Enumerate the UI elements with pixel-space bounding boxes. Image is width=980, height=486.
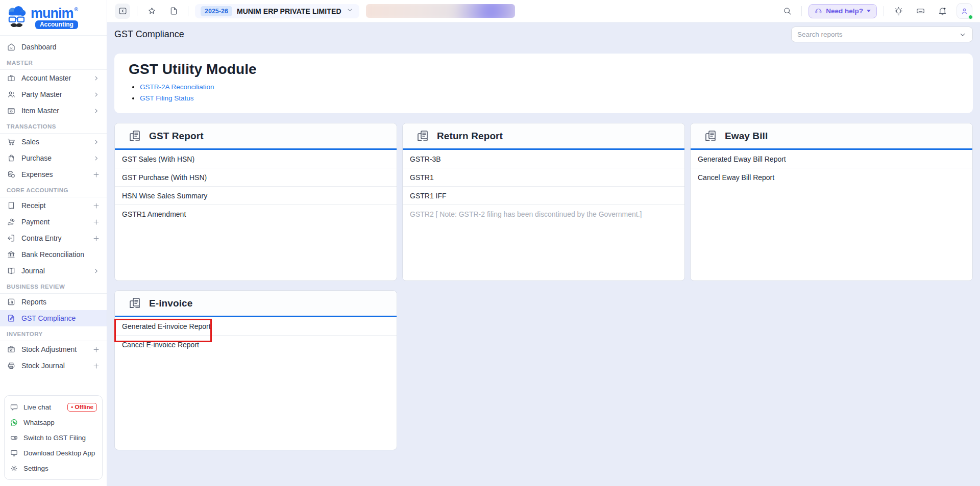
card-items-list: GSTR-3B GSTR1 GSTR1 IFF GSTR2 [ Note: GS… xyxy=(403,150,684,223)
eway-bill-card: Eway Bill Generated Eway Bill Report Can… xyxy=(690,123,973,281)
live-chat-button[interactable]: Live chat • Offline xyxy=(10,399,97,415)
chevron-right-icon xyxy=(92,155,100,162)
sidebar-item-item-master[interactable]: Item Master xyxy=(0,103,107,119)
report-link-gstr1-amendment[interactable]: GSTR1 Amendment xyxy=(115,205,397,223)
footer-item-label: Switch to GST Filing xyxy=(23,434,86,442)
need-help-button[interactable]: Need help? xyxy=(808,4,877,18)
report-icon xyxy=(704,130,717,143)
chevron-right-icon xyxy=(92,107,100,115)
e-invoice-card: E-invoice Generated E-invoice Report Can… xyxy=(114,290,397,450)
sidebar-item-gst-compliance[interactable]: GST Compliance xyxy=(0,310,107,326)
sidebar-item-purchase[interactable]: Purchase xyxy=(0,150,107,166)
chat-icon xyxy=(10,403,18,412)
chevron-down-icon xyxy=(959,31,967,39)
whats-new-button[interactable] xyxy=(891,4,906,19)
report-cards-grid: GST Report GST Sales (With HSN) GST Purc… xyxy=(114,123,973,450)
global-search-button[interactable] xyxy=(779,4,795,19)
plus-icon xyxy=(92,362,100,370)
plus-icon xyxy=(92,235,100,242)
download-desktop-app-button[interactable]: Download Desktop App xyxy=(10,445,97,461)
sidebar-nav: Dashboard MASTER Account Master Party Ma… xyxy=(0,36,107,390)
report-link-cancel-eway-bill[interactable]: Cancel Eway Bill Report xyxy=(691,168,972,187)
sidebar-item-contra-entry[interactable]: Contra Entry xyxy=(0,230,107,246)
brand-logo[interactable]: munim ® Accounting xyxy=(0,0,107,36)
card-items-list: Generated E-invoice Report Cancel E-invo… xyxy=(115,317,397,354)
plus-icon xyxy=(92,218,100,226)
offline-status-badge: • Offline xyxy=(67,403,97,412)
card-items-list: GST Sales (With HSN) GST Purchase (With … xyxy=(115,150,397,223)
sidebar-item-dashboard[interactable]: Dashboard xyxy=(0,39,107,55)
card-header: Return Report xyxy=(403,123,684,150)
report-link-cancel-e-invoice[interactable]: Cancel E-invoice Report xyxy=(115,336,397,354)
caret-down-icon xyxy=(867,10,871,12)
sidebar-item-stock-journal[interactable]: Stock Journal xyxy=(0,357,107,374)
card-title: GST Report xyxy=(149,131,204,142)
search-reports-select[interactable]: Search reports xyxy=(791,27,973,42)
favorite-button[interactable] xyxy=(144,4,159,19)
sidebar-item-label: Journal xyxy=(21,267,45,275)
company-selector[interactable]: 2025-26 MUNIM ERP PRIVATE LIMITED xyxy=(195,4,359,18)
user-icon xyxy=(960,7,969,15)
report-icon xyxy=(128,297,141,310)
coins-icon xyxy=(7,170,16,179)
notifications-button[interactable] xyxy=(935,4,950,19)
star-icon xyxy=(147,6,157,16)
report-link-gstr1[interactable]: GSTR1 xyxy=(403,168,684,187)
report-link-generated-eway-bill[interactable]: Generated Eway Bill Report xyxy=(691,150,972,168)
settings-button[interactable]: Settings xyxy=(10,461,97,476)
profile-button[interactable] xyxy=(957,3,972,19)
redacted-banner-blur xyxy=(366,4,515,18)
fiscal-year-badge: 2025-26 xyxy=(201,6,232,16)
redacted-banner xyxy=(366,4,515,18)
new-document-button[interactable] xyxy=(166,4,181,19)
sidebar-item-reports[interactable]: Reports xyxy=(0,294,107,310)
report-link-gstr-3b[interactable]: GSTR-3B xyxy=(403,150,684,168)
reports-icon xyxy=(7,297,16,306)
report-link-gst-sales-hsn[interactable]: GST Sales (With HSN) xyxy=(115,150,397,168)
sidebar-item-journal[interactable]: Journal xyxy=(0,263,107,279)
gst-filing-status-link[interactable]: GST Filing Status xyxy=(140,94,194,102)
sidebar-item-label: Dashboard xyxy=(21,43,57,51)
sidebar-item-stock-adjustment[interactable]: Stock Adjustment xyxy=(0,341,107,357)
sidebar-section-transactions: TRANSACTIONS xyxy=(0,119,107,133)
footer-item-label: Whatsapp xyxy=(23,419,55,426)
monitor-icon xyxy=(10,449,18,457)
sidebar-item-payment[interactable]: Payment xyxy=(0,214,107,230)
sidebar-item-expenses[interactable]: Expenses xyxy=(0,166,107,183)
card-header: Eway Bill xyxy=(691,123,972,150)
brand-wordmark: munim ® Accounting xyxy=(31,7,78,29)
sidebar-item-sales[interactable]: Sales xyxy=(0,134,107,150)
sidebar-item-party-master[interactable]: Party Master xyxy=(0,86,107,103)
sidebar-item-account-master[interactable]: Account Master xyxy=(0,70,107,86)
switch-to-gst-filing-button[interactable]: Switch to GST Filing xyxy=(10,430,97,445)
sidebar-collapse-button[interactable] xyxy=(115,4,130,19)
report-link-gstr2-discontinued: GSTR2 [ Note: GSTR-2 filing has been dis… xyxy=(403,205,684,223)
report-link-generated-e-invoice[interactable]: Generated E-invoice Report xyxy=(115,317,397,336)
gst-compliance-icon xyxy=(7,314,16,323)
return-report-card: Return Report GSTR-3B GSTR1 GSTR1 IFF GS… xyxy=(402,123,685,281)
gstr2a-reconciliation-link[interactable]: GSTR-2A Reconciliation xyxy=(140,83,214,91)
sidebar-item-receipt[interactable]: Receipt xyxy=(0,197,107,214)
journal-icon xyxy=(7,266,16,275)
whatsapp-button[interactable]: Whatsapp xyxy=(10,415,97,430)
report-link-gst-purchase-hsn[interactable]: GST Purchase (With HSN) xyxy=(115,168,397,187)
report-link-gstr1-iff[interactable]: GSTR1 IFF xyxy=(403,187,684,205)
registered-mark: ® xyxy=(75,7,78,12)
users-icon xyxy=(7,90,16,99)
utility-module-title: GST Utility Module xyxy=(129,61,959,78)
sidebar-item-label: Contra Entry xyxy=(21,234,62,242)
card-title: Eway Bill xyxy=(725,131,768,142)
keyboard-shortcuts-button[interactable] xyxy=(913,4,928,19)
chevron-right-icon xyxy=(92,267,100,275)
headset-icon xyxy=(815,7,822,15)
home-icon xyxy=(7,42,16,52)
sidebar-item-bank-reconciliation[interactable]: Bank Reconciliation xyxy=(0,246,107,263)
report-link-hsn-wise-sales-summary[interactable]: HSN Wise Sales Summary xyxy=(115,187,397,205)
divider xyxy=(137,6,137,16)
sidebar-section-inventory: INVENTORY xyxy=(0,326,107,341)
gst-utility-module-card: GST Utility Module GSTR-2A Reconciliatio… xyxy=(114,54,973,113)
chevron-right-icon xyxy=(92,91,100,98)
app-root: munim ® Accounting Dashboard MASTER Acco… xyxy=(0,0,980,486)
bank-icon xyxy=(7,250,16,259)
sidebar-item-label: Reports xyxy=(21,298,46,306)
